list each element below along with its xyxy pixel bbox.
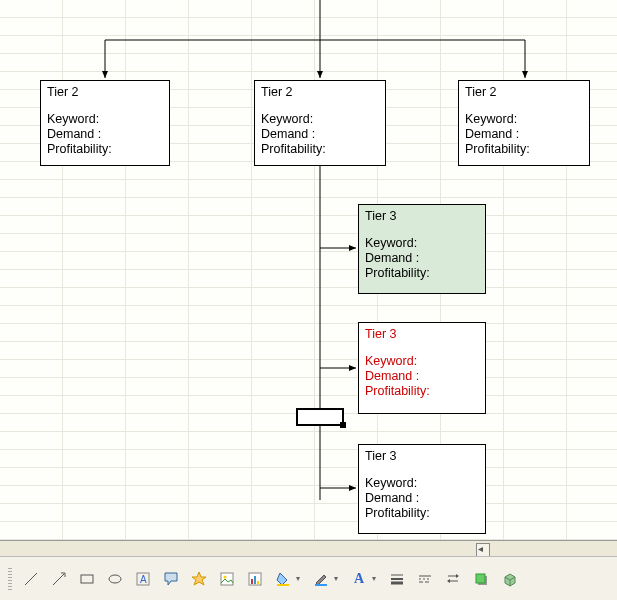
svg-rect-20 xyxy=(257,581,259,584)
font-color-icon[interactable]: A xyxy=(348,568,370,590)
svg-rect-19 xyxy=(254,576,256,584)
svg-rect-22 xyxy=(315,584,327,586)
ellipse-icon[interactable] xyxy=(104,568,126,590)
star-icon[interactable] xyxy=(188,568,210,590)
node-line: Demand : xyxy=(465,127,583,142)
node-tier2-middle[interactable]: Tier 2 Keyword: Demand : Profitability: xyxy=(254,80,386,166)
svg-rect-21 xyxy=(277,584,289,586)
insert-image-icon[interactable] xyxy=(216,568,238,590)
node-line: Profitability: xyxy=(465,142,583,157)
line-icon[interactable] xyxy=(20,568,42,590)
node-line: Keyword: xyxy=(365,476,479,491)
node-title: Tier 2 xyxy=(261,85,379,100)
node-line: Demand : xyxy=(47,127,163,142)
scroll-left-button[interactable] xyxy=(476,543,490,557)
node-line: Demand : xyxy=(365,251,479,266)
line-color-icon[interactable] xyxy=(310,568,332,590)
node-line: Keyword: xyxy=(365,354,479,369)
shadow-icon[interactable] xyxy=(470,568,492,590)
node-line: Profitability: xyxy=(261,142,379,157)
node-line: Keyword: xyxy=(47,112,163,127)
node-line: Profitability: xyxy=(365,506,479,521)
node-tier3-red[interactable]: Tier 3 Keyword: Demand : Profitability: xyxy=(358,322,486,414)
node-line: Profitability: xyxy=(365,384,479,399)
node-tier2-right[interactable]: Tier 2 Keyword: Demand : Profitability: xyxy=(458,80,590,166)
node-title: Tier 2 xyxy=(465,85,583,100)
node-line: Keyword: xyxy=(465,112,583,127)
svg-rect-32 xyxy=(476,574,485,583)
node-title: Tier 3 xyxy=(365,209,479,224)
node-tier3-plain[interactable]: Tier 3 Keyword: Demand : Profitability: xyxy=(358,444,486,534)
node-title: Tier 2 xyxy=(47,85,163,100)
node-line: Keyword: xyxy=(261,112,379,127)
svg-point-16 xyxy=(224,575,227,578)
node-line: Demand : xyxy=(365,491,479,506)
3d-icon[interactable] xyxy=(498,568,520,590)
dropdown-icon[interactable]: ▾ xyxy=(296,574,304,583)
node-line: Profitability: xyxy=(365,266,479,281)
drawing-toolbar: A ▾ ▾ A▾ xyxy=(0,556,617,600)
node-tier2-left[interactable]: Tier 2 Keyword: Demand : Profitability: xyxy=(40,80,170,166)
line-weight-icon[interactable] xyxy=(386,568,408,590)
svg-point-12 xyxy=(109,575,121,583)
fill-color-icon[interactable] xyxy=(272,568,294,590)
horizontal-scrollbar[interactable] xyxy=(0,540,617,557)
node-tier3-green[interactable]: Tier 3 Keyword: Demand : Profitability: xyxy=(358,204,486,294)
arrow-icon[interactable] xyxy=(48,568,70,590)
node-line: Demand : xyxy=(261,127,379,142)
svg-line-9 xyxy=(25,573,37,585)
node-line: Demand : xyxy=(365,369,479,384)
dropdown-icon[interactable]: ▾ xyxy=(372,574,380,583)
line-style-icon[interactable] xyxy=(414,568,436,590)
spreadsheet-grid[interactable]: Tier 2 Keyword: Demand : Profitability: … xyxy=(0,0,617,540)
svg-rect-11 xyxy=(81,575,93,583)
text-icon[interactable]: A xyxy=(132,568,154,590)
svg-line-10 xyxy=(53,574,64,585)
rect-icon[interactable] xyxy=(76,568,98,590)
active-cell[interactable] xyxy=(296,408,344,426)
node-line: Keyword: xyxy=(365,236,479,251)
line-ends-icon[interactable] xyxy=(442,568,464,590)
node-title: Tier 3 xyxy=(365,449,479,464)
dropdown-icon[interactable]: ▾ xyxy=(334,574,342,583)
chart-icon[interactable] xyxy=(244,568,266,590)
node-line: Profitability: xyxy=(47,142,163,157)
svg-rect-15 xyxy=(221,573,233,585)
svg-rect-18 xyxy=(251,579,253,584)
toolbar-grip-icon xyxy=(8,568,12,590)
svg-text:A: A xyxy=(140,574,147,585)
node-title: Tier 3 xyxy=(365,327,479,342)
callout-icon[interactable] xyxy=(160,568,182,590)
